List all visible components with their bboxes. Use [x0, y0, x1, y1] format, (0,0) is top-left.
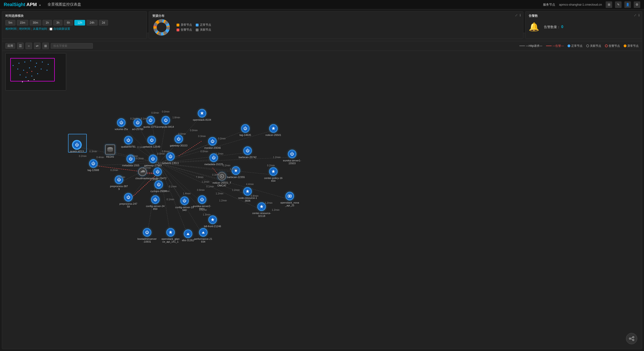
time-btn-15m[interactable]: 15m — [17, 20, 28, 26]
node-preprocess-3879[interactable]: ⏻ preprocess-3879 — [110, 176, 128, 190]
node-barbican-25742[interactable]: ⏻ barbican-25742 — [239, 147, 256, 159]
help-icon[interactable]: ● — [39, 3, 41, 7]
node-network-13511[interactable]: ⏻ network-13511 — [162, 152, 179, 165]
minimap-dot — [13, 65, 14, 66]
minimap-dot-red — [27, 72, 28, 73]
server-name: apmcs-shanghai-1.cmecloud.cn — [559, 3, 602, 6]
time-btn-2d[interactable]: 2d — [99, 20, 108, 26]
time-btn-12h[interactable]: 12h — [74, 20, 85, 26]
monitor-icon[interactable]: ⊞ — [606, 2, 612, 8]
node-noticer-tomcat[interactable]: noticer-26501_TOMCAT — [212, 172, 231, 187]
node-cloudmaster[interactable]: cloudmaster — [136, 168, 150, 180]
map-area[interactable]: ⏻ quartz-4213 ⏻ tag-12688 — [2, 51, 642, 349]
node-volume[interactable]: ⏻ volume-25x — [115, 118, 128, 131]
node-eureka-server2[interactable]: ⏻ eureka-server2-9901 — [193, 195, 211, 210]
minimap-dot — [42, 62, 43, 63]
app-select[interactable]: 应用 — [6, 43, 15, 49]
alert-expand-icon[interactable]: ⤢ — [634, 13, 636, 17]
minimap-dot — [17, 69, 18, 70]
alert-info: 告警数量： 0 — [544, 25, 563, 29]
minimap-dot — [48, 64, 49, 65]
from-start-link[interactable]: 从最开始到 — [33, 27, 47, 31]
node-redis[interactable]: REDIS — [105, 145, 115, 158]
time-btn-6h[interactable]: 6h — [64, 20, 73, 26]
user-icon[interactable]: 👤 — [624, 2, 631, 8]
resource-dist-corner-icons: ⤢ ℹ — [515, 13, 521, 17]
circle-icon-btn[interactable]: ○ — [26, 43, 32, 49]
info-icon[interactable]: ℹ — [520, 13, 521, 17]
node-gateway-27993[interactable]: ⏻ gateway-27993 — [144, 155, 162, 167]
time-btn-30m[interactable]: 30m — [30, 20, 41, 26]
node-gateway-30153[interactable]: ⏻ gateway-30153 — [170, 135, 187, 147]
alert-info-icon[interactable]: ℹ — [638, 13, 640, 17]
alert-count-panel: 告警数 ⤢ ℹ 🔔 告警数量： 0 — [525, 11, 642, 39]
node-noticer-26501[interactable]: noticer-26501 — [266, 124, 281, 136]
server-label: 服务节点 — [543, 3, 555, 7]
alert-count-value: 0 — [561, 25, 563, 29]
settings-icon[interactable]: ⚙ — [634, 2, 640, 8]
node-performance[interactable]: performance-21934 — [194, 228, 212, 243]
node-acl-25760[interactable]: ⏻ acl-25760 — [132, 118, 143, 131]
node-ebs-31352[interactable]: ebs-31352 — [182, 230, 194, 242]
node-preprocess-24759[interactable]: ⏻ preprocess-24759 — [120, 193, 137, 208]
minimap-dot — [30, 60, 31, 61]
search-input[interactable] — [51, 43, 93, 49]
node-resource-13606[interactable]: node-resource-13606 — [238, 187, 257, 202]
edge-label: 1.2/min — [202, 181, 210, 183]
legend-normal-node: 正常节点 — [568, 44, 582, 48]
node-metadata-15225[interactable]: ⏻ metadata-15225 — [204, 154, 223, 166]
node-center-policy[interactable]: center-policy-16654 — [264, 167, 282, 182]
edge-label: 4.4/min — [246, 183, 254, 186]
time-btn-1h[interactable]: 1h — [42, 20, 52, 26]
node-compute-8414[interactable]: ⏻ compute-8414 — [158, 116, 174, 128]
time-btn-5m[interactable]: 5m — [6, 20, 16, 26]
svg-point-10 — [289, 195, 290, 197]
edit-icon[interactable]: ✎ — [615, 2, 622, 8]
time-sub-row: 相对时间 | 绝对时间 | 从最开始到 | 自动刷新设置 — [6, 27, 143, 31]
time-btn-3h[interactable]: 3h — [53, 20, 62, 26]
minimap-dot — [35, 66, 36, 67]
auto-refresh-input[interactable] — [50, 28, 52, 31]
edges-svg — [2, 51, 642, 349]
edge-label: 0.0/min — [162, 110, 170, 113]
shuffle-icon-btn[interactable]: ⇌ — [34, 43, 40, 49]
node-network-12549[interactable]: ⏻ network-12549 — [143, 136, 160, 148]
svg-point-12 — [629, 338, 631, 339]
minimap-dot — [18, 63, 20, 64]
node-quota-13751[interactable]: ⏻ quota-13751 — [143, 116, 158, 128]
node-openstack-8104[interactable]: openstack-8104 — [193, 109, 211, 121]
node-openstack-nova[interactable]: openstack_nova_api_25 — [280, 192, 299, 207]
node-config-server-24850[interactable]: ⏻ config-server-24850 — [146, 195, 164, 210]
node-quartz-4213[interactable]: ⏻ quartz-4213 — [70, 141, 84, 153]
node-quota-21781[interactable]: ⏻ quota-21781 — [121, 136, 136, 148]
node-monitor-20046[interactable]: ⏻ monitor-20046 — [204, 137, 221, 149]
expand-icon[interactable]: ⤢ — [515, 13, 518, 17]
share-button[interactable] — [626, 333, 637, 344]
node-metadata-1555[interactable]: ⏻ metadata-1555 — [122, 155, 139, 167]
node-tag-14635[interactable]: ⏻ tag-14635 — [240, 124, 251, 136]
minimap-dot-red — [31, 71, 32, 72]
node-config-server-19940[interactable]: ⏻ config-server-19940 — [175, 197, 194, 212]
node-bootadmin[interactable]: ⏻ bootadminserver-10931 — [138, 228, 157, 243]
alert-corner-icons: ⤢ ℹ — [634, 13, 640, 17]
edge-label: 0.1/min — [167, 198, 174, 201]
alert-count-title: 告警数 — [529, 14, 538, 18]
node-cyclops-25396[interactable]: ⏻ cyclops-25396 — [150, 180, 167, 193]
node-center-resource[interactable]: center-resource-32118 — [252, 202, 271, 217]
grid-icon-btn[interactable]: ⊞ — [42, 43, 49, 49]
legend-http: —Http请求— — [519, 44, 542, 48]
http-line-sample — [519, 46, 525, 46]
relative-time-link[interactable]: 相对时间 — [6, 27, 16, 31]
node-compute-23472[interactable]: ⏻ compute-23472 — [149, 168, 166, 180]
node-tag-12688[interactable]: ⏻ tag-12688 — [88, 159, 99, 172]
edge-label: 0.2/min — [79, 155, 87, 157]
node-openstack-glance[interactable]: openstack_glance_api_141_1 — [161, 228, 179, 243]
node-eureka-server1[interactable]: ⏻ eureka-server1-15503 — [283, 150, 301, 165]
time-btn-24h[interactable]: 24h — [86, 20, 97, 26]
resource-dist-title: 资源分布 — [152, 14, 164, 18]
absolute-time-link[interactable]: 绝对时间 — [19, 27, 30, 31]
list-icon-btn[interactable]: ☰ — [17, 43, 24, 49]
auto-refresh-checkbox[interactable]: 自动刷新设置 — [50, 27, 70, 31]
edge-label: 0.0/min — [190, 129, 198, 132]
node-bill-front[interactable]: bill-front-21246 — [204, 215, 221, 228]
